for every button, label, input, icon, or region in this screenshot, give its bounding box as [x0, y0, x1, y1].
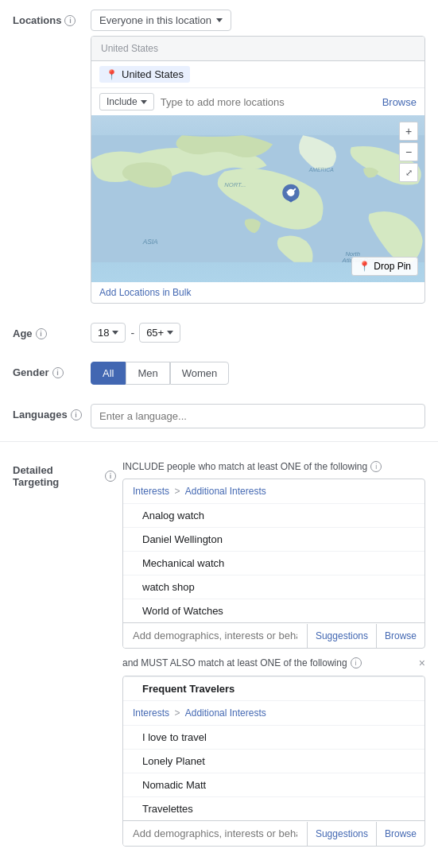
include-row: Include Browse: [91, 87, 424, 115]
age-max-chevron-icon: [167, 331, 173, 335]
languages-section: Languages i: [0, 394, 438, 438]
locations-dropdown[interactable]: Everyone in this location: [91, 10, 231, 31]
detailed-targeting-section: Detailed Targeting i INCLUDE people who …: [0, 451, 438, 856]
targeting-group2-box: Frequent Travelers Interests > Additiona…: [122, 676, 425, 847]
gender-label: Gender i: [13, 362, 84, 378]
age-max-select[interactable]: 65+: [139, 323, 180, 343]
location-header: United States: [91, 37, 424, 61]
include-header-info-icon[interactable]: i: [370, 461, 382, 472]
targeting-group1-box: Interests > Additional Interests Analog …: [122, 479, 425, 649]
expand-button[interactable]: ⤢: [399, 163, 418, 182]
languages-label-text: Languages: [13, 409, 68, 420]
gender-women-button[interactable]: Women: [170, 362, 230, 385]
add-targeting-input-1[interactable]: [123, 623, 307, 648]
targeting-item-watch-shop: watch shop: [123, 575, 424, 599]
locations-content: Everyone in this location United States …: [91, 10, 425, 304]
drop-pin-icon: 📍: [359, 261, 370, 272]
location-tag-row: 📍 United States: [91, 61, 424, 87]
pin-icon: 📍: [106, 69, 118, 80]
interests-breadcrumb-2: Interests > Additional Interests: [123, 700, 424, 725]
country-tag-text: United States: [122, 68, 184, 80]
targeting-item-frequent-travelers: Frequent Travelers: [123, 676, 424, 700]
include-label: Include: [107, 96, 138, 107]
locations-dropdown-value: Everyone in this location: [99, 14, 211, 26]
languages-info-icon[interactable]: i: [71, 409, 82, 420]
targeting-item-daniel-wellington: Daniel Wellington: [123, 527, 424, 551]
age-min-value: 18: [98, 327, 109, 339]
add-locations-bulk-link[interactable]: Add Locations in Bulk: [91, 282, 424, 303]
age-section: Age i 18 - 65+: [0, 313, 438, 352]
svg-text:NORT...: NORT...: [224, 181, 246, 188]
must-also-info-icon[interactable]: i: [351, 657, 362, 668]
age-label-text: Age: [13, 327, 33, 339]
age-max-value: 65+: [146, 327, 164, 339]
must-also-close-icon[interactable]: ×: [419, 657, 425, 669]
include-header-text: INCLUDE people who match at least ONE of…: [122, 461, 367, 472]
targeting-item-analog-watch: Analog watch: [123, 503, 424, 527]
map-container: ASIA North Pacific Ocean North Atlantic …: [91, 115, 424, 282]
gender-section: Gender i All Men Women: [0, 352, 438, 394]
detailed-targeting-label-text: Detailed Targeting: [13, 464, 102, 488]
interests-sep-1: >: [174, 486, 182, 497]
age-info-icon[interactable]: i: [36, 328, 47, 339]
detailed-targeting-content: INCLUDE people who match at least ONE of…: [122, 461, 425, 847]
map-controls: + − ⤢: [399, 122, 418, 182]
svg-text:AMERICA: AMERICA: [308, 167, 335, 172]
detailed-targeting-info-icon[interactable]: i: [105, 471, 116, 482]
detailed-targeting-label: Detailed Targeting i: [13, 461, 116, 488]
age-content: 18 - 65+: [91, 323, 425, 343]
targeting-item-mechanical-watch: Mechanical watch: [123, 551, 424, 575]
drop-pin-label: Drop Pin: [374, 261, 411, 272]
suggestions-button-2[interactable]: Suggestions: [307, 822, 376, 846]
svg-text:ASIA: ASIA: [142, 238, 158, 246]
zoom-out-button[interactable]: −: [399, 142, 418, 161]
targeting-item-travelettes: Travelettes: [123, 796, 424, 820]
include-button[interactable]: Include: [99, 93, 154, 110]
add-input-row-2: Suggestions Browse: [123, 820, 424, 846]
targeting-item-world-of-watches: World of Watches: [123, 599, 424, 622]
additional-interests-link-1[interactable]: Additional Interests: [185, 486, 266, 497]
add-input-row-1: Suggestions Browse: [123, 622, 424, 648]
age-label: Age i: [13, 323, 84, 339]
additional-interests-link-2[interactable]: Additional Interests: [185, 707, 266, 719]
gender-label-text: Gender: [13, 366, 49, 378]
must-also-header: and MUST ALSO match at least ONE of the …: [122, 657, 425, 669]
age-min-chevron-icon: [112, 331, 118, 335]
locations-label: Locations i: [13, 10, 84, 26]
languages-label: Languages i: [13, 404, 84, 420]
gender-content: All Men Women: [91, 362, 425, 385]
gender-group: All Men Women: [91, 362, 425, 385]
gender-men-button[interactable]: Men: [126, 362, 169, 385]
languages-input[interactable]: [91, 404, 425, 428]
age-min-select[interactable]: 18: [91, 323, 126, 343]
include-chevron-icon: [141, 100, 147, 104]
age-dash: -: [130, 327, 134, 339]
divider-1: [0, 441, 438, 442]
browse-button-2[interactable]: Browse: [376, 822, 424, 846]
languages-content: [91, 404, 425, 428]
include-header: INCLUDE people who match at least ONE of…: [122, 461, 425, 472]
gender-all-button[interactable]: All: [91, 362, 126, 385]
zoom-in-button[interactable]: +: [399, 122, 418, 141]
gender-info-icon[interactable]: i: [52, 367, 64, 378]
location-browse-button[interactable]: Browse: [382, 96, 417, 108]
interests-sep-2: >: [174, 707, 182, 719]
targeting-item-lonely-planet: Lonely Planet: [123, 749, 424, 773]
locations-label-text: Locations: [13, 14, 61, 26]
targeting-item-nomadic-matt: Nomadic Matt: [123, 773, 424, 796]
spacer: [0, 445, 438, 451]
drop-pin-button[interactable]: 📍 Drop Pin: [351, 257, 418, 276]
browse-button-1[interactable]: Browse: [376, 624, 424, 648]
locations-info-icon[interactable]: i: [64, 15, 76, 26]
location-search-input[interactable]: [161, 96, 376, 108]
chevron-down-icon: [216, 18, 223, 22]
targeting-item-i-love-to-travel: I love to travel: [123, 725, 424, 749]
location-tag: 📍 United States: [99, 66, 190, 83]
add-targeting-input-2[interactable]: [123, 821, 307, 846]
must-also-text: and MUST ALSO match at least ONE of the …: [122, 657, 347, 668]
location-box: United States 📍 United States Include Br…: [91, 36, 425, 304]
suggestions-button-1[interactable]: Suggestions: [307, 624, 376, 648]
interests-link-2[interactable]: Interests: [133, 707, 169, 719]
interests-link-1[interactable]: Interests: [133, 486, 169, 497]
interests-breadcrumb-1: Interests > Additional Interests: [123, 479, 424, 503]
